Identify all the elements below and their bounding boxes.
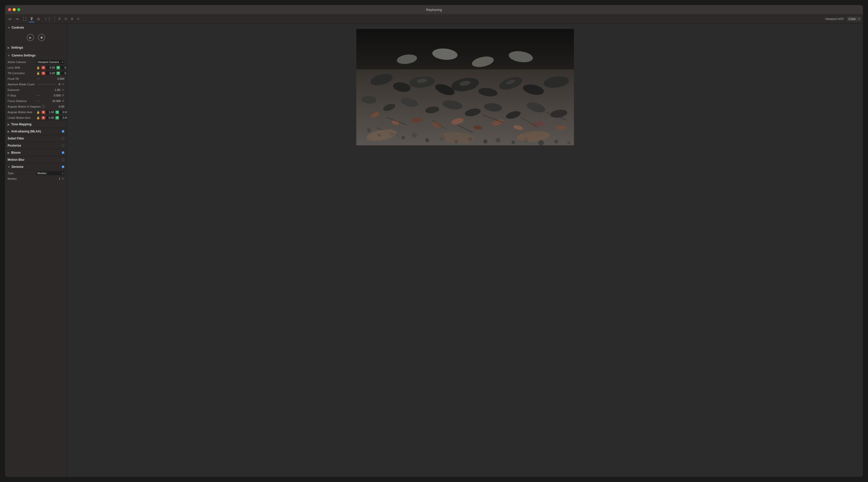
filter-button[interactable]: ⊽	[29, 16, 34, 22]
fullscreen-button[interactable]: ⛶	[21, 16, 28, 22]
angular-motion-info-icon[interactable]: i	[42, 105, 45, 108]
tone-mapping-header[interactable]: ▶ Tone Mapping	[5, 121, 67, 128]
controls-section-header[interactable]: ▼ Controls	[5, 24, 67, 31]
tilt-correction-xy: X Y	[41, 71, 67, 75]
svg-point-30	[367, 128, 371, 132]
viewport	[67, 24, 863, 477]
tilt-correction-y-input[interactable]	[60, 71, 67, 75]
motion-blur-toggle[interactable]	[62, 158, 64, 161]
angular-x-input[interactable]	[46, 110, 55, 114]
svg-point-34	[412, 133, 417, 138]
traffic-lights	[8, 8, 20, 11]
grid-button[interactable]: ⋮⋮	[42, 16, 53, 22]
angular-y-input[interactable]	[59, 110, 67, 114]
fstop-row: F-Stop ⋯ 0.500 ↺	[5, 93, 67, 98]
focal-tilt-label: Focal Tilt	[8, 77, 35, 80]
exposure-row: Exposure 1.00 ✏	[5, 87, 67, 93]
angular-motion-value: 0.00	[59, 105, 64, 108]
titlebar: Raytracing	[5, 5, 863, 14]
motion-blur-header[interactable]: Motion Blur	[5, 156, 67, 163]
anti-aliasing-label: Anti-aliasing (MLAA)	[11, 130, 41, 133]
aperture-blade-value: 8	[59, 83, 60, 86]
median-row: Median 1 ✏	[5, 176, 67, 182]
bloom-toggle[interactable]	[62, 151, 64, 154]
linear-x-input[interactable]	[46, 116, 55, 119]
angular-motion-label: Angular Motion In Degrees	[8, 105, 41, 108]
focus-distance-value: 25.000	[52, 99, 61, 102]
angular-motion-axis-row: Angular Motion Axis 🔒 X Y Z	[5, 109, 67, 115]
tilt-correction-row: Tilt Correction 🔒 X Y	[5, 70, 67, 76]
toolbar-right: Viewport AOV Color ▾	[825, 17, 861, 21]
active-camera-select[interactable]: Viewport Camera	[36, 60, 64, 64]
sobel-filter-toggle[interactable]	[62, 137, 64, 140]
anti-aliasing-header[interactable]: ▶ Anti-aliasing (MLAA)	[5, 128, 67, 135]
settings-label: Settings	[11, 46, 23, 49]
svg-point-33	[401, 136, 405, 140]
camera-settings-label: Camera Settings	[12, 54, 36, 57]
angular-y-badge: Y	[55, 111, 59, 114]
type-select[interactable]: Median	[36, 171, 64, 175]
fstop-reset-icon[interactable]: ↺	[62, 94, 64, 97]
focus-distance-dot-icon: ⋯	[36, 99, 40, 103]
focus-distance-label: Focus Distance	[8, 99, 35, 102]
median-edit-icon[interactable]: ✏	[62, 177, 64, 180]
channel-g[interactable]: G	[63, 16, 69, 22]
window-title: Raytracing	[426, 8, 442, 12]
exposure-label: Exposure	[8, 88, 35, 91]
undo-button[interactable]: ↩	[7, 16, 13, 22]
lens-shift-xy: X Y	[41, 66, 67, 69]
tilt-correction-lock-icon: 🔒	[36, 72, 40, 75]
linear-x-badge: X	[41, 116, 45, 119]
svg-point-35	[425, 138, 429, 142]
controls-label: Controls	[12, 26, 24, 29]
fstop-value: 0.500	[54, 94, 61, 97]
denoise-label: Denoise	[12, 165, 24, 169]
camera-settings-header[interactable]: ▼ Camera Settings	[5, 52, 67, 59]
denoise-chevron: ▼	[8, 165, 10, 168]
color-select[interactable]: Color	[847, 17, 861, 21]
close-button[interactable]	[8, 8, 11, 11]
settings-chevron: ▶	[8, 46, 10, 49]
sobel-filter-header[interactable]: Sobel Filter	[5, 135, 67, 142]
tilt-correction-x-input[interactable]	[46, 71, 56, 75]
channel-a[interactable]: A	[76, 16, 81, 22]
aperture-edit-icon[interactable]: ✏	[62, 83, 64, 86]
active-camera-label: Active Camera	[8, 61, 35, 64]
posterize-toggle[interactable]	[62, 144, 64, 147]
lens-shift-label: Lens Shift	[8, 66, 35, 69]
settings-btn[interactable]: ⊙	[35, 16, 41, 22]
settings-header[interactable]: ▶ Settings	[5, 44, 67, 51]
anti-aliasing-toggle[interactable]	[62, 130, 64, 133]
tilt-correction-x-badge: X	[41, 72, 45, 75]
exposure-edit-icon[interactable]: ✏	[62, 88, 64, 92]
svg-point-40	[495, 138, 501, 143]
focus-distance-row: Focus Distance ⋯ 25.000 ↺	[5, 98, 67, 104]
main-area: ▼ Controls ▶ ⏹ ▶ Settings	[5, 24, 863, 477]
linear-motion-xyz: X Y Z	[41, 116, 67, 119]
lens-shift-x-badge: X	[41, 66, 45, 69]
focus-distance-reset-icon[interactable]: ↺	[62, 99, 64, 103]
linear-y-input[interactable]	[59, 116, 67, 119]
lens-shift-row: Lens Shift 🔒 X Y	[5, 65, 67, 70]
denoise-toggle[interactable]	[62, 165, 64, 168]
type-label: Type	[8, 172, 35, 175]
redo-button[interactable]: ↪	[14, 16, 20, 22]
play-button[interactable]: ▶	[27, 34, 34, 41]
active-camera-row: Active Camera Viewport Camera	[5, 59, 67, 65]
sobel-filter-label: Sobel Filter	[8, 137, 24, 140]
channel-r[interactable]: R	[57, 16, 62, 22]
lens-shift-y-input[interactable]	[60, 66, 67, 69]
maximize-button[interactable]	[17, 8, 20, 11]
denoise-header[interactable]: ▼ Denoise	[5, 163, 67, 170]
toolbar: ↩ ↪ ⛶ ⊽ ⊙ ⋮⋮ R G B A Viewport AOV Color …	[5, 14, 863, 24]
tilt-correction-y-badge: Y	[56, 72, 60, 75]
bloom-header[interactable]: ▶ Bloom	[5, 149, 67, 156]
channel-b[interactable]: B	[70, 16, 75, 22]
lens-shift-x-input[interactable]	[46, 66, 56, 69]
stop-button[interactable]: ⏹	[38, 34, 45, 41]
svg-point-41	[512, 141, 515, 144]
posterize-header[interactable]: Posterize	[5, 142, 67, 149]
svg-point-43	[538, 140, 544, 145]
minimize-button[interactable]	[13, 8, 16, 11]
focal-tilt-row: Focal Tilt ⋯ 0.000	[5, 76, 67, 82]
